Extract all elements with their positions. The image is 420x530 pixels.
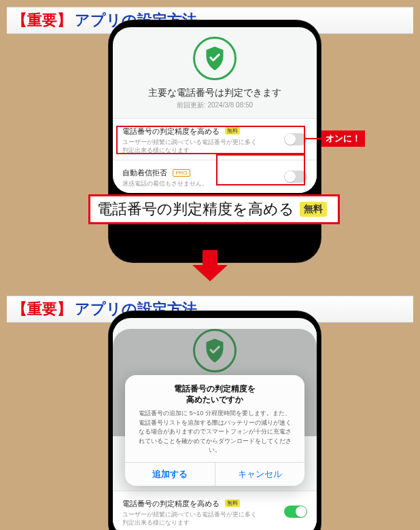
phone-after: 電話番号の判定精度を 高めたいですか 電話番号の追加に 5~10 分程度時間を要… [109,311,321,530]
zoom-badge: 無料 [300,202,327,217]
confirm-dialog: 電話番号の判定精度を 高めたいですか 電話番号の追加に 5~10 分程度時間を要… [125,375,304,486]
status-updated: 前回更新: 2024/3/8 08:50 [113,101,317,110]
zoom-accuracy-row: 電話番号の判定精度を高める 無料 [88,194,340,224]
dialog-title-l1: 電話番号の判定精度を [174,384,256,393]
badge-pro: PRO [173,169,190,177]
status-title: 主要な電話番号は判定できます [113,87,317,99]
shield-icon-2 [193,329,237,372]
row-reject-label: 自動着信拒否 [122,168,167,178]
dialog-add-button[interactable]: 追加する [125,463,215,486]
badge-free-2: 無料 [225,499,240,507]
callout-box-accuracy [116,126,305,154]
dialog-title-l2: 高めたいですか [186,395,243,404]
banner-bracket: 【重要】 [12,10,72,31]
toggle-accuracy-on[interactable] [284,506,307,518]
callout-box-toggle [216,154,305,186]
banner-bracket-2: 【重要】 [12,299,72,319]
zoom-text: 電話番号の判定精度を高める [97,199,294,219]
row-accuracy-desc-2: ユーザーが頻繁に調べている電話番号が更に多く判定出来る様になります [122,510,258,527]
callout-on-label: オンに！ [321,130,365,147]
row-accuracy-label-2: 電話番号の判定精度を高める [122,499,220,509]
shield-icon [193,37,237,80]
arrow-down-icon [192,250,228,281]
callout-line [305,138,321,139]
dialog-cancel-button[interactable]: キャンセル [215,463,305,486]
dialog-body: 電話番号の追加に 5~10 分程度時間を要します。また、電話番号リストを追加する… [125,405,304,462]
row-accuracy-after[interactable]: 電話番号の判定精度を高める 無料 ユーザーが頻繁に調べている電話番号が更に多く判… [113,491,317,530]
